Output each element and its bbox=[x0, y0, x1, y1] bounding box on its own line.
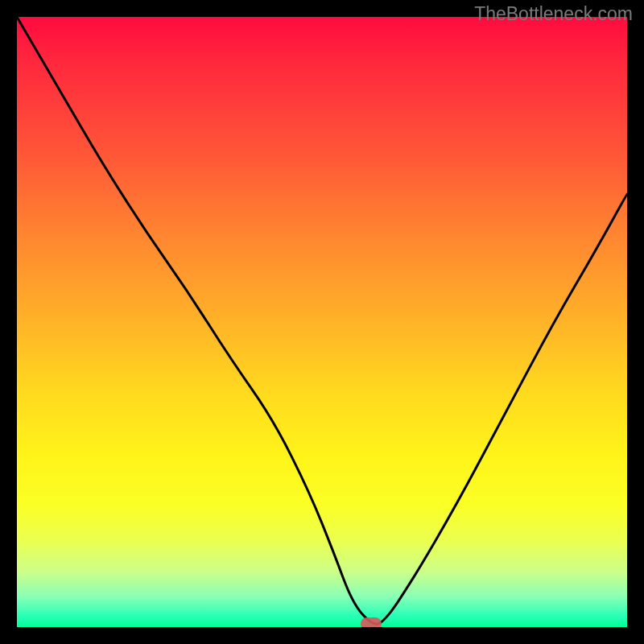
curve-path bbox=[17, 17, 627, 624]
bottleneck-curve bbox=[17, 17, 627, 627]
plot-area bbox=[17, 17, 627, 627]
optimum-marker bbox=[361, 617, 382, 627]
watermark-text: TheBottleneck.com bbox=[474, 3, 633, 25]
chart-frame: TheBottleneck.com bbox=[0, 0, 644, 644]
